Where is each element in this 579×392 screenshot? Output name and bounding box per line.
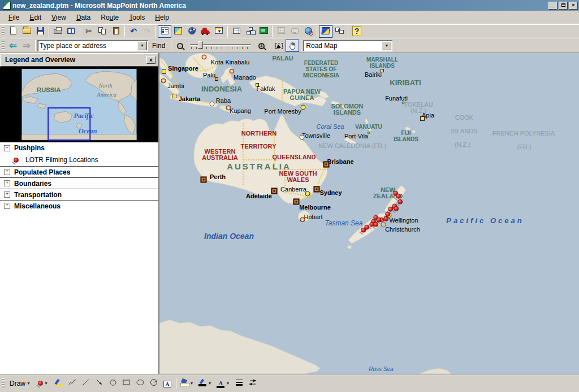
select-tool-button[interactable] <box>272 40 286 52</box>
menu-item-file[interactable]: File <box>3 12 24 23</box>
legend-section-transportation[interactable]: +Transportation <box>0 189 158 200</box>
lotr-pushpin[interactable] <box>373 222 378 227</box>
fill-color-button[interactable]: ▼ <box>178 377 196 390</box>
radius-circle-button[interactable] <box>147 377 161 390</box>
expand-icon[interactable]: + <box>4 180 10 186</box>
route-planner-button[interactable] <box>198 25 212 38</box>
dependency-label: COOK <box>455 115 473 121</box>
toolbar-grip[interactable] <box>2 27 5 37</box>
linked-windows-button[interactable] <box>332 25 346 38</box>
freeform-button[interactable] <box>106 377 120 390</box>
separator <box>124 26 125 37</box>
collapse-icon[interactable]: − <box>4 145 10 151</box>
forward-button[interactable]: ⇒ <box>20 40 33 52</box>
pushpin-tool-button[interactable]: ▼ <box>34 377 52 390</box>
toolbar-grip[interactable] <box>2 378 5 389</box>
overview-map[interactable]: RUSSIA North America Pacific Ocean <box>0 67 158 142</box>
arrowheads-icon <box>248 378 258 389</box>
separator <box>171 40 171 51</box>
pan-tool-button[interactable] <box>286 40 299 52</box>
place-search-input[interactable] <box>37 42 136 50</box>
textbox-button[interactable]: A <box>161 377 174 390</box>
separator <box>35 40 36 51</box>
oval-button[interactable] <box>133 377 147 390</box>
paste-button[interactable] <box>109 25 123 38</box>
state-label: QUEENSLAND <box>272 154 316 160</box>
redo-button[interactable]: ↷ <box>140 25 154 38</box>
lotr-pushpin[interactable] <box>397 199 403 204</box>
mappoint-3d-button[interactable] <box>319 25 332 38</box>
line-weight-button[interactable] <box>232 377 246 390</box>
route-planner-icon <box>201 27 210 36</box>
legend-section-miscellaneous[interactable]: +Miscellaneous <box>0 200 158 211</box>
draw-menu-button[interactable]: Draw ▼ <box>6 378 34 389</box>
close-button[interactable]: × <box>569 2 578 10</box>
menu-item-edit[interactable]: Edit <box>24 12 46 23</box>
state-label: WESTERNAUSTRALIA <box>202 149 238 161</box>
find-nearby-button[interactable] <box>185 25 198 38</box>
lotr-pushpin[interactable] <box>361 228 366 233</box>
lotr-pushpin[interactable] <box>396 194 401 199</box>
lotr-pushpin[interactable] <box>383 216 388 221</box>
legend-section-boundaries[interactable]: +Boundaries <box>0 177 158 189</box>
minimize-button[interactable]: _ <box>548 2 558 10</box>
lotr-pushpin[interactable] <box>394 206 399 211</box>
menu-item-view[interactable]: View <box>46 12 71 23</box>
place-search-dropdown[interactable]: ▼ <box>137 41 147 50</box>
legend-section-pushpins[interactable]: −Pushpins <box>0 142 158 154</box>
zoom-out-button[interactable]: − <box>173 40 187 52</box>
city-marker-dot-green <box>368 132 370 134</box>
menu-item-tools[interactable]: Tools <box>124 12 150 23</box>
line-button[interactable] <box>79 377 93 390</box>
forward-arrow-icon: ⇒ <box>23 42 30 50</box>
map-style-dropdown[interactable]: ▼ <box>382 41 391 50</box>
location-pane-button[interactable]: ▼ <box>212 25 226 38</box>
find-button[interactable]: Find <box>148 41 169 51</box>
save-button[interactable] <box>33 25 47 38</box>
import-data-button[interactable]: → <box>230 25 243 38</box>
legend-pane-button[interactable] <box>158 25 171 38</box>
address-book-button[interactable] <box>64 25 78 38</box>
print-button[interactable] <box>51 25 64 38</box>
legend-item[interactable]: LOTR Filming Locations <box>0 154 158 166</box>
zoom-slider-thumb[interactable] <box>198 41 203 49</box>
separator <box>348 26 348 37</box>
font-color-button[interactable]: A▼ <box>214 377 232 390</box>
line-color-button[interactable]: ▼ <box>196 377 214 390</box>
web-search-button[interactable] <box>301 25 315 38</box>
location-callout-button[interactable] <box>288 25 301 38</box>
copy-button[interactable] <box>96 25 109 38</box>
cut-button[interactable]: ✂ <box>82 25 96 38</box>
menu-item-route[interactable]: Route <box>96 12 124 23</box>
new-document-button[interactable] <box>6 25 20 38</box>
data-mapping-button[interactable] <box>257 25 270 38</box>
map-style-button[interactable] <box>171 25 185 38</box>
menu-item-data[interactable]: Data <box>71 12 96 23</box>
help-button[interactable]: ? <box>350 25 364 38</box>
city-label: Sydney <box>319 189 342 196</box>
expand-icon[interactable]: + <box>4 169 10 175</box>
open-folder-button[interactable] <box>20 25 33 38</box>
back-button[interactable]: ⇐ <box>6 40 20 52</box>
rectangle-button[interactable] <box>120 377 133 390</box>
zoom-in-button[interactable]: + <box>254 40 268 52</box>
export-excel-button[interactable] <box>274 25 288 38</box>
scribble-button[interactable] <box>66 377 79 390</box>
city-marker-circle-orange <box>300 217 305 223</box>
toolbar-grip[interactable] <box>2 41 5 51</box>
legend-section-populated-places[interactable]: +Populated Places <box>0 166 158 177</box>
highlighter-button[interactable] <box>52 377 66 390</box>
overview-label-america: America <box>97 92 116 98</box>
restore-button[interactable] <box>559 2 568 10</box>
menu-item-help[interactable]: Help <box>150 12 174 23</box>
arrowheads-button[interactable] <box>246 377 260 390</box>
legend-close-button[interactable]: × <box>146 56 155 64</box>
expand-icon[interactable]: + <box>4 203 10 209</box>
expand-icon[interactable]: + <box>4 191 10 198</box>
undo-button[interactable]: ↶ <box>127 25 140 38</box>
arrow-button[interactable] <box>93 377 106 390</box>
territory-button[interactable] <box>243 25 257 38</box>
city-label: Funafuti <box>385 95 408 102</box>
zoom-slider[interactable] <box>189 40 252 51</box>
map-viewport[interactable]: PALAUFEDERATEDSTATES OFMICRONESIAMARSHAL… <box>159 53 579 374</box>
